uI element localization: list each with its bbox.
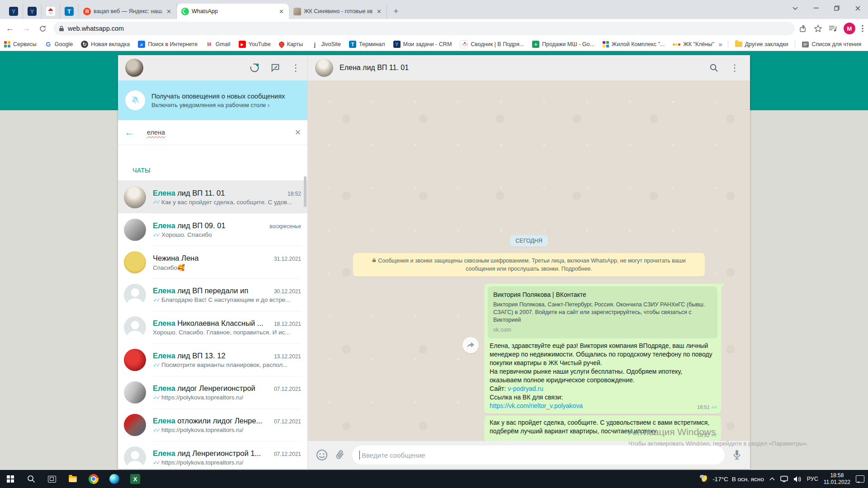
message-input-field[interactable] bbox=[361, 451, 717, 460]
window-controls bbox=[785, 0, 868, 16]
window-minimize-button[interactable] bbox=[806, 0, 826, 16]
tab-title: WhatsApp bbox=[192, 8, 275, 14]
tab-sinyavino[interactable]: ЖК Синявино - готовые кварти ✕ bbox=[289, 4, 387, 19]
tab-yandex-search[interactable]: Я вацап веб — Яндекс: нашлось 4 ✕ bbox=[79, 4, 177, 19]
chat-row[interactable]: Елена лид Ленрегионстрой 1...07.12.2021 … bbox=[118, 441, 307, 469]
link-preview[interactable]: Виктория Полякова | ВКонтакте Виктория П… bbox=[488, 286, 717, 338]
bookmark-gmail[interactable]: MGmail bbox=[202, 41, 235, 48]
bookmark-maps[interactable]: Карты bbox=[275, 41, 307, 47]
encryption-banner[interactable]: Сообщения и звонки защищены сквозным шиф… bbox=[353, 253, 705, 277]
pinned-tab-yandex-1[interactable]: Y bbox=[5, 4, 23, 19]
bookmark-sales[interactable]: +Продажи МШ - Go... bbox=[528, 41, 599, 48]
search-bar[interactable]: ← елена ✕ bbox=[118, 120, 307, 145]
pinned-tab-terminal[interactable]: T bbox=[60, 4, 79, 19]
tab-close-icon[interactable]: ✕ bbox=[278, 8, 285, 15]
other-bookmarks-button[interactable]: Другие закладки bbox=[731, 41, 793, 47]
new-tab-button[interactable]: + bbox=[390, 5, 402, 18]
chat-avatar bbox=[124, 381, 146, 404]
emoji-icon[interactable] bbox=[316, 449, 328, 461]
profile-avatar[interactable]: M bbox=[844, 23, 855, 34]
reload-button[interactable] bbox=[36, 22, 49, 35]
bookmark-youtube[interactable]: ▶YouTube bbox=[235, 41, 275, 48]
bookmark-newtab[interactable]: ↻Новая вкладка bbox=[77, 41, 134, 48]
clear-search-icon[interactable]: ✕ bbox=[295, 128, 301, 137]
read-checks-icon: ✓✓ bbox=[153, 199, 159, 205]
back-arrow-icon[interactable]: ← bbox=[124, 127, 139, 138]
bookmark-google[interactable]: GGoogle bbox=[41, 41, 77, 48]
bookmark-jivosite[interactable]: jJivoSite bbox=[307, 41, 345, 48]
banner-subtitle[interactable]: Включить уведомления на рабочем столе › bbox=[151, 102, 285, 108]
banner-text: Получать оповещения о новых сообщениях В… bbox=[151, 93, 285, 108]
chat-row[interactable]: Елена лид ВП передали ип30.12.2021 ✓✓Бла… bbox=[118, 278, 307, 311]
chat-menu-icon[interactable]: ⋮ bbox=[730, 62, 739, 73]
forward-message-button[interactable] bbox=[462, 337, 479, 353]
window-chevron-icon[interactable] bbox=[785, 0, 806, 16]
site-link[interactable]: v-podryad.ru bbox=[508, 385, 543, 392]
bookmark-complex[interactable]: Жилой Комплекс "... bbox=[599, 41, 669, 47]
start-button[interactable] bbox=[0, 470, 21, 488]
file-explorer-icon bbox=[69, 476, 77, 482]
notifications-banner[interactable]: Получать оповещения о новых сообщениях В… bbox=[118, 80, 307, 120]
forward-button[interactable]: → bbox=[20, 22, 33, 35]
excel-button[interactable]: X bbox=[125, 470, 146, 488]
chat-title[interactable]: Елена лид ВП 11. 01 bbox=[340, 64, 409, 72]
chat-row[interactable]: Елена лид ВП 09. 01воскресенье ✓✓Хорошо.… bbox=[118, 213, 307, 246]
sidebar-menu-icon[interactable]: ⋮ bbox=[291, 62, 300, 73]
chat-time: 07.12.2021 bbox=[274, 418, 301, 425]
search-input[interactable]: елена bbox=[147, 129, 295, 136]
chat-row[interactable]: Елена Николаевна Классный ...18.12.2021 … bbox=[118, 311, 307, 343]
chat-header-avatar[interactable] bbox=[315, 59, 333, 77]
bookmark-star-icon[interactable] bbox=[814, 24, 822, 33]
taskbar-search-button[interactable] bbox=[21, 470, 42, 488]
message-input[interactable] bbox=[352, 446, 725, 465]
volume-icon[interactable] bbox=[793, 476, 802, 483]
chat-avatar bbox=[124, 186, 146, 208]
action-center-icon[interactable] bbox=[856, 475, 864, 483]
task-view-button[interactable] bbox=[42, 470, 62, 488]
language-indicator[interactable]: РУС bbox=[807, 476, 818, 482]
tray-chevron-icon[interactable] bbox=[769, 477, 775, 481]
chat-preview: Спасибо🥰 bbox=[153, 264, 185, 271]
message-text: Елена, здравствуйте ещё раз! Виктория ко… bbox=[488, 342, 717, 410]
pinned-tab-yandex-2[interactable]: Y bbox=[23, 4, 42, 19]
address-bar[interactable]: web.whatsapp.com bbox=[53, 22, 795, 35]
bookmark-services[interactable]: Сервисы bbox=[0, 41, 41, 47]
chat-row[interactable]: Елена отложили лидог Ленре...07.12.2021 … bbox=[118, 408, 307, 441]
bookmark-svodnik[interactable]: Сводник | В Подря... bbox=[456, 40, 528, 48]
user-avatar[interactable] bbox=[125, 59, 143, 77]
bookmark-terminal[interactable]: TТерминал bbox=[345, 41, 389, 48]
taskbar-clock[interactable]: 18:58 11.01.2022 bbox=[824, 472, 850, 486]
tab-close-icon[interactable]: ✕ bbox=[165, 8, 173, 15]
back-button[interactable]: ← bbox=[4, 22, 16, 35]
chrome-button[interactable] bbox=[83, 470, 104, 488]
new-chat-icon[interactable] bbox=[270, 63, 280, 73]
window-close-button[interactable] bbox=[847, 0, 868, 16]
bookmark-tasks-crm[interactable]: YМои задачи - CRM bbox=[389, 41, 456, 48]
window-restore-button[interactable] bbox=[826, 0, 847, 16]
attach-icon[interactable] bbox=[335, 450, 345, 460]
browser-menu-icon[interactable] bbox=[862, 25, 863, 32]
bookmark-websearch[interactable]: ⌕Поиск в Интернете bbox=[134, 41, 202, 48]
mic-icon[interactable] bbox=[732, 449, 742, 461]
chat-row[interactable]: Чежина Лена31.12.2021 Спасибо🥰 bbox=[118, 246, 307, 278]
pinned-tab-realty[interactable] bbox=[42, 4, 60, 19]
search-icon[interactable] bbox=[709, 63, 718, 72]
edge-button[interactable] bbox=[104, 470, 125, 488]
url-text: web.whatsapp.com bbox=[68, 25, 124, 32]
bookmarks-overflow-chevron[interactable]: » bbox=[716, 41, 725, 48]
tab-whatsapp[interactable]: WhatsApp ✕ bbox=[177, 4, 289, 19]
extension-icon[interactable] bbox=[829, 25, 837, 33]
weather-widget[interactable]: -17°C В осн. ясно bbox=[700, 474, 764, 483]
tab-close-icon[interactable]: ✕ bbox=[375, 8, 383, 15]
file-explorer-button[interactable] bbox=[62, 470, 83, 488]
chat-row[interactable]: Елена лидог Ленрегионстрой07.12.2021 ✓✓h… bbox=[118, 376, 307, 408]
status-icon[interactable] bbox=[250, 63, 259, 73]
vk-link[interactable]: https://vk.com/rieltor_v.polyakova bbox=[490, 402, 583, 409]
chat-row[interactable]: Елена лид ВП 13. 1213.12.2021 ✓✓Посмотри… bbox=[118, 343, 307, 376]
reading-list-button[interactable]: Список для чтения bbox=[798, 41, 865, 47]
chat-row[interactable]: Елена лид ВП 11. 0118:52 ✓✓Как у вас про… bbox=[118, 181, 307, 213]
sidebar-scrollbar[interactable] bbox=[304, 176, 307, 207]
share-icon[interactable] bbox=[799, 24, 807, 33]
read-checks-icon: ✓✓ bbox=[153, 460, 159, 466]
display-tray-icon[interactable] bbox=[780, 476, 788, 482]
